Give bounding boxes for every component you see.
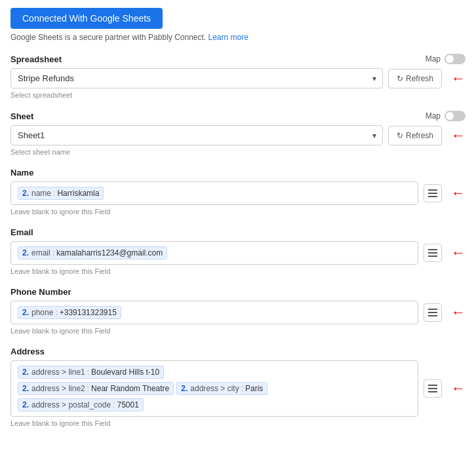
- email-tag: 2. email : kamalaharris1234@gmail.com: [18, 246, 167, 259]
- address-section: Address 2. address > line1 : Boulevard H…: [10, 347, 466, 427]
- sheet-refresh-button[interactable]: ↻ Refresh: [388, 126, 442, 145]
- spreadsheet-refresh-button[interactable]: ↻ Refresh: [388, 69, 442, 88]
- sheet-select-wrapper: Sheet1 ▾: [10, 125, 383, 145]
- refresh-icon-2: ↻: [397, 131, 403, 140]
- address-arrow-indicator: ←: [451, 380, 466, 397]
- address-line1-tag: 2. address > line1 : Boulevard Hills t-1…: [18, 366, 164, 379]
- name-arrow-indicator: ←: [451, 185, 466, 202]
- sheet-header: Sheet Map: [10, 111, 466, 121]
- spreadsheet-hint: Select spreadsheet: [10, 91, 466, 99]
- spreadsheet-input-row: Stripe Refunds ▾ ↻ Refresh ←: [10, 68, 466, 88]
- address-input-row: 2. address > line1 : Boulevard Hills t-1…: [10, 360, 466, 417]
- email-input-row: 2. email : kamalaharris1234@gmail.com ←: [10, 241, 466, 265]
- header-section: Connected With Google Sheets Google Shee…: [10, 8, 466, 42]
- email-arrow-indicator: ←: [451, 244, 466, 261]
- sheet-section: Sheet Map Sheet1 ▾ ↻ Refresh ← Select sh…: [10, 111, 466, 156]
- spreadsheet-section: Spreadsheet Map Stripe Refunds ▾ ↻ Refre…: [10, 54, 466, 99]
- email-menu-button[interactable]: [424, 244, 442, 262]
- address-hint: Leave blank to ignore this Field: [10, 419, 466, 427]
- address-city-tag: 2. address > city : Paris: [176, 382, 268, 395]
- email-label: Email: [10, 227, 466, 237]
- address-field-box[interactable]: 2. address > line1 : Boulevard Hills t-1…: [10, 360, 418, 417]
- email-hint: Leave blank to ignore this Field: [10, 267, 466, 275]
- sheet-red-arrow: ←: [451, 127, 466, 144]
- name-menu-icon: [428, 189, 437, 197]
- sheet-hint: Select sheet name: [10, 148, 466, 156]
- spreadsheet-arrow-indicator: ←: [451, 70, 466, 87]
- learn-more-link[interactable]: Learn more: [208, 33, 248, 42]
- name-hint: Leave blank to ignore this Field: [10, 208, 466, 216]
- sheet-map-toggle-switch[interactable]: [445, 111, 466, 121]
- sheet-map-toggle: Map: [426, 111, 466, 121]
- phone-red-arrow: ←: [451, 304, 466, 321]
- phone-label: Phone Number: [10, 287, 466, 297]
- connected-button[interactable]: Connected With Google Sheets: [10, 8, 163, 29]
- phone-tag: 2. phone : +339131323915: [18, 306, 121, 319]
- phone-field-box[interactable]: 2. phone : +339131323915: [10, 301, 418, 324]
- name-label: Name: [10, 168, 466, 178]
- address-label: Address: [10, 347, 466, 356]
- spreadsheet-select-wrapper: Stripe Refunds ▾: [10, 68, 383, 88]
- name-section: Name 2. name : Harriskamla ← Leave blank…: [10, 168, 466, 216]
- spreadsheet-red-arrow: ←: [451, 70, 466, 87]
- spreadsheet-select[interactable]: Stripe Refunds: [10, 68, 383, 88]
- email-field-box[interactable]: 2. email : kamalaharris1234@gmail.com: [10, 241, 418, 265]
- name-field-box[interactable]: 2. name : Harriskamla: [10, 181, 418, 205]
- address-postal-tag: 2. address > postal_code : 75001: [18, 398, 144, 411]
- phone-arrow-indicator: ←: [451, 304, 466, 321]
- address-row-3: 2. address > postal_code : 75001: [18, 398, 411, 411]
- address-menu-button[interactable]: [424, 379, 442, 398]
- partner-text: Google Sheets is a secure partner with P…: [10, 33, 466, 42]
- address-menu-icon: [428, 385, 437, 392]
- refresh-icon: ↻: [397, 74, 403, 83]
- sheet-input-row: Sheet1 ▾ ↻ Refresh ←: [10, 125, 466, 145]
- phone-input-row: 2. phone : +339131323915 ←: [10, 301, 466, 324]
- phone-hint: Leave blank to ignore this Field: [10, 327, 466, 335]
- email-section: Email 2. email : kamalaharris1234@gmail.…: [10, 227, 466, 275]
- spreadsheet-header: Spreadsheet Map: [10, 54, 466, 64]
- email-red-arrow: ←: [451, 244, 466, 261]
- phone-menu-icon: [428, 309, 437, 316]
- address-row-2: 2. address > line2 : Near Random Theatre…: [18, 382, 411, 395]
- address-line2-tag: 2. address > line2 : Near Random Theatre: [18, 382, 174, 395]
- sheet-label: Sheet: [10, 111, 33, 121]
- name-tag: 2. name : Harriskamla: [18, 187, 104, 200]
- address-red-arrow: ←: [451, 380, 466, 397]
- spreadsheet-map-toggle-switch[interactable]: [445, 54, 466, 64]
- email-menu-icon: [428, 249, 437, 257]
- spreadsheet-map-toggle: Map: [426, 54, 466, 64]
- phone-section: Phone Number 2. phone : +339131323915 ← …: [10, 287, 466, 335]
- name-red-arrow: ←: [451, 185, 466, 202]
- name-input-row: 2. name : Harriskamla ←: [10, 181, 466, 205]
- phone-menu-button[interactable]: [424, 303, 442, 322]
- sheet-select[interactable]: Sheet1: [10, 125, 383, 145]
- sheet-arrow-indicator: ←: [451, 127, 466, 144]
- spreadsheet-label: Spreadsheet: [10, 54, 62, 64]
- address-row-1: 2. address > line1 : Boulevard Hills t-1…: [18, 366, 411, 379]
- name-menu-button[interactable]: [424, 184, 442, 202]
